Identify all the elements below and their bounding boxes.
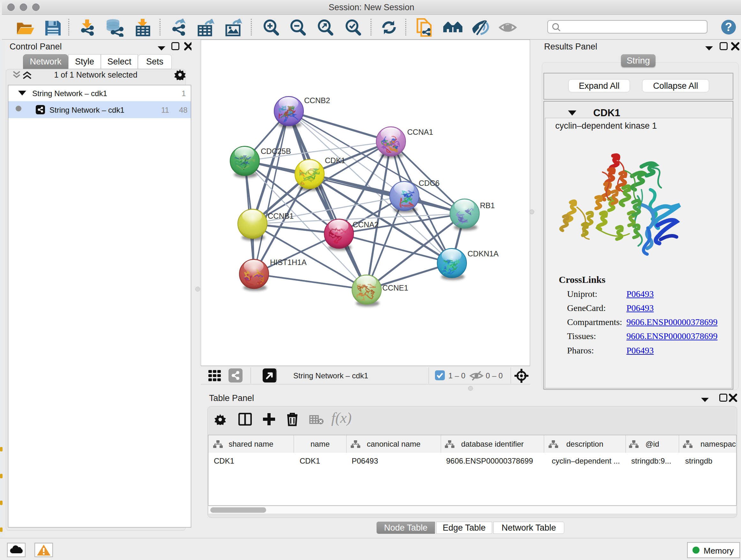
- svg-text:CDK1: CDK1: [325, 156, 345, 165]
- svg-text:CDC6: CDC6: [419, 179, 440, 187]
- svg-text:CCNB2: CCNB2: [304, 96, 330, 105]
- svg-text:CCNB1: CCNB1: [268, 212, 293, 220]
- svg-text:HIST1H1A: HIST1H1A: [270, 258, 307, 266]
- svg-text:CDC25B: CDC25B: [261, 147, 291, 155]
- svg-text:CCNE1: CCNE1: [382, 284, 408, 292]
- svg-text:CDKN1A: CDKN1A: [468, 249, 498, 258]
- svg-text:CCNA1: CCNA1: [407, 128, 433, 136]
- svg-text:CCNA2: CCNA2: [353, 220, 379, 229]
- svg-text:RB1: RB1: [480, 201, 495, 210]
- svg-text:?: ?: [725, 20, 732, 34]
